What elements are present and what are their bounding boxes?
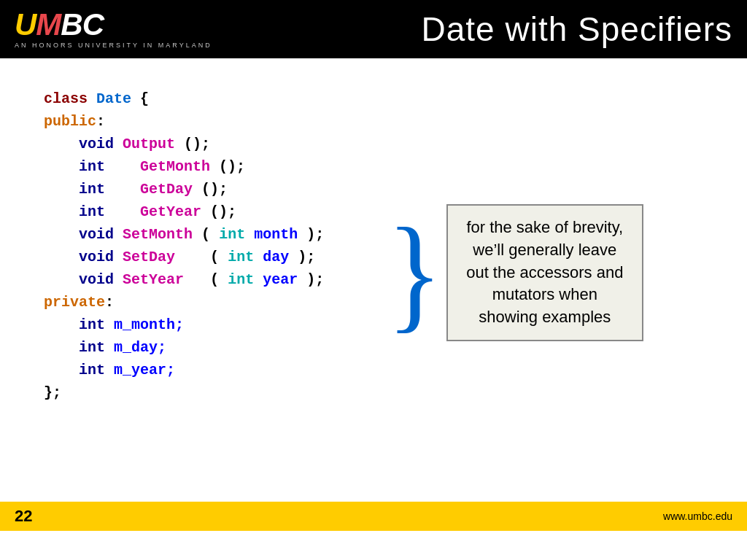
logo-umbc: UMBC [15,9,212,40]
kw-int-3: int [79,203,105,220]
header: UMBC AN HONORS UNIVERSITY IN MARYLAND Da… [0,0,747,58]
logo-m: M [36,7,61,42]
content: class Date { public: void Output (); int… [0,58,747,531]
param-type-2: int [228,249,254,265]
logo-b: B [61,7,82,42]
fn-setday: SetDay [123,249,175,265]
kw-int-6: int [79,362,105,378]
annotation-area: } for the sake of brevity, we’ll general… [387,204,643,341]
param-type-1: int [219,226,245,243]
kw-int-2: int [79,181,105,198]
fn-getyear: GetYear [140,203,201,220]
website-url: www.umbc.edu [663,510,732,522]
kw-int-4: int [79,316,105,333]
annotation-box: for the sake of brevity, we’ll generally… [446,204,643,341]
var-m-day: m_day; [114,339,166,356]
logo-area: UMBC AN HONORS UNIVERSITY IN MARYLAND [15,9,212,49]
logo-subtitle: AN HONORS UNIVERSITY IN MARYLAND [15,42,212,49]
var-m-year: m_year; [114,362,175,378]
kw-public: public [44,113,96,130]
kw-void-1: void [79,136,114,152]
kw-void-2: void [79,226,114,243]
kw-void-4: void [79,271,114,288]
fn-output: Output [123,136,175,152]
kw-private: private [44,294,105,311]
code-line-14: }; [44,381,703,404]
fn-setmonth: SetMonth [123,226,193,243]
fn-getmonth: GetMonth [140,158,210,175]
logo-u: U [15,7,36,42]
param-month: month [254,226,298,243]
kw-void-3: void [79,249,114,265]
fn-setyear: SetYear [123,271,184,288]
code-line-13: int m_year; [44,359,703,381]
slide-number: 22 [15,507,32,526]
code-line-4: int GetMonth (); [44,155,703,178]
param-day: day [263,249,289,265]
slide-title: Date with Specifiers [422,9,733,49]
param-year: year [263,271,298,288]
var-m-month: m_month; [114,316,184,333]
kw-int-5: int [79,339,105,356]
curly-brace-icon: } [387,209,443,337]
fn-getday: GetDay [140,181,193,198]
code-line-1: class Date { [44,88,703,110]
param-type-3: int [228,271,254,288]
footer: 22 www.umbc.edu [0,502,747,531]
class-name: Date [96,90,131,107]
kw-int-1: int [79,158,105,175]
logo-c: C [82,7,104,42]
code-line-2: public: [44,110,703,133]
code-line-5: int GetDay (); [44,178,703,201]
kw-class: class [44,90,88,107]
code-line-3: void Output (); [44,133,703,155]
